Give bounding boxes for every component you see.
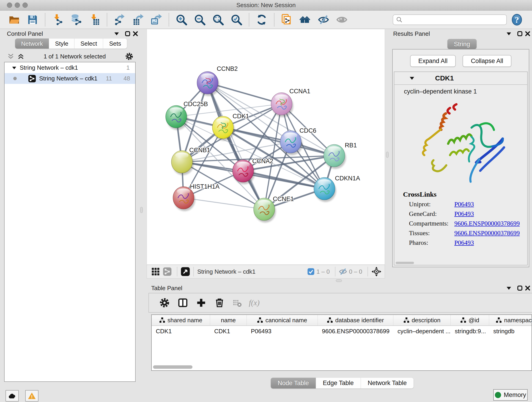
- table-options-gear-icon[interactable]: [159, 298, 170, 308]
- node-RB1[interactable]: RB1: [324, 142, 357, 169]
- left-splitter-handle[interactable]: [140, 207, 143, 213]
- tab-style[interactable]: Style: [49, 38, 75, 49]
- crosslink-uniprot-link[interactable]: P06493: [454, 201, 474, 208]
- zoom-in-icon[interactable]: [176, 14, 187, 26]
- table-cell[interactable]: stringdb:9...: [451, 326, 489, 337]
- column-header-canonical-name[interactable]: canonical name: [247, 315, 318, 325]
- table-panel-float-icon[interactable]: [517, 285, 523, 291]
- edge-CCNE1-HIST1H1A[interactable]: [184, 198, 264, 209]
- tab-sets[interactable]: Sets: [103, 38, 127, 49]
- cloud-button[interactable]: [6, 390, 19, 402]
- delete-columns-icon[interactable]: [214, 298, 225, 308]
- crosslink-row: Compartments: 9606.ENSP00000378699: [409, 220, 527, 227]
- node-label-CCNA1: CCNA1: [289, 88, 310, 95]
- create-column-icon[interactable]: [196, 298, 206, 308]
- collection-expand-icon[interactable]: [12, 66, 17, 70]
- edge-CCNA2-CDKN1A[interactable]: [243, 171, 324, 189]
- results-panel-float-icon[interactable]: [517, 31, 523, 37]
- node-CCNA2[interactable]: CCNA2: [233, 158, 273, 184]
- node-CCNA1[interactable]: CCNA1: [271, 88, 310, 117]
- table-cell[interactable]: CDK1: [152, 326, 210, 337]
- tab-edge-table[interactable]: Edge Table: [316, 378, 361, 389]
- horizontal-splitter-handle[interactable]: [336, 279, 342, 282]
- fit-selected-target-icon[interactable]: [371, 267, 381, 277]
- tab-select[interactable]: Select: [75, 38, 103, 49]
- column-header-namespace[interactable]: namespace: [489, 315, 532, 325]
- node-CDC6[interactable]: CDC6: [280, 127, 317, 155]
- network-canvas[interactable]: CCNB2CCNA1CDC25BCDK1CDC6RB1CCNB1CCNA2CDK…: [147, 29, 385, 265]
- control-panel-close-icon[interactable]: [133, 31, 138, 37]
- results-panel-close-icon[interactable]: [525, 31, 531, 37]
- table-panel-title: Table Panel: [151, 285, 182, 292]
- node-label-RB1: RB1: [345, 142, 357, 149]
- node-CCNE1[interactable]: CCNE1: [254, 196, 294, 223]
- hide-selected-icon[interactable]: [318, 14, 329, 26]
- network-row-selected[interactable]: String Network – cdk1 11 48: [5, 73, 135, 84]
- help-button[interactable]: ?: [511, 14, 523, 26]
- crosslink-tissues-link[interactable]: 9606.ENSP00000378699: [454, 230, 520, 237]
- column-header-shared-name[interactable]: shared name: [152, 315, 210, 325]
- export-image-icon[interactable]: [151, 14, 162, 26]
- right-splitter-handle[interactable]: [386, 152, 389, 158]
- node-HIST1H1A[interactable]: HIST1H1A: [173, 183, 220, 211]
- table-cell[interactable]: 9606.ENSP00000378699: [318, 326, 393, 337]
- show-columns-icon[interactable]: [177, 298, 188, 308]
- function-builder-icon: f(x): [249, 298, 260, 307]
- tab-node-table[interactable]: Node Table: [271, 378, 316, 389]
- network-share-icon[interactable]: [163, 267, 172, 276]
- tab-string[interactable]: String: [447, 39, 476, 49]
- zoom-fit-content-icon[interactable]: [212, 14, 224, 26]
- results-panel-dropdown-icon[interactable]: [506, 32, 511, 36]
- table-row[interactable]: CDK1CDK1P064939606.ENSP00000378699cyclin…: [152, 326, 532, 337]
- column-header--id[interactable]: @id: [451, 315, 489, 325]
- results-hscrollbar-thumb[interactable]: [396, 262, 414, 264]
- column-header-description[interactable]: description: [393, 315, 451, 325]
- collapse-all-button[interactable]: Collapse All: [462, 55, 511, 67]
- zoom-selected-icon[interactable]: [231, 14, 242, 26]
- import-table-from-file-icon[interactable]: [89, 14, 100, 26]
- memory-button[interactable]: Memory: [493, 389, 528, 401]
- new-network-from-selection-icon[interactable]: [281, 14, 293, 26]
- warnings-button[interactable]: !: [25, 390, 38, 402]
- search-input[interactable]: [405, 16, 504, 23]
- crosslink-genecard-link[interactable]: P06493: [454, 210, 474, 217]
- network-options-gear-icon[interactable]: [125, 52, 133, 61]
- table-panel-close-icon[interactable]: [525, 285, 531, 291]
- entry-collapse-icon[interactable]: [409, 76, 414, 80]
- expand-all-networks-icon[interactable]: [17, 53, 24, 60]
- table-cell[interactable]: CDK1: [210, 326, 247, 337]
- node-CDKN1A[interactable]: CDKN1A: [314, 175, 360, 202]
- table-hscrollbar-thumb[interactable]: [153, 365, 192, 369]
- table-cell[interactable]: P06493: [247, 326, 318, 337]
- crosslink-compartments-link[interactable]: 9606.ENSP00000378699: [454, 220, 520, 227]
- expand-all-button[interactable]: Expand All: [410, 55, 456, 67]
- node-CDK1[interactable]: CDK1: [212, 113, 249, 141]
- selected-checkbox-icon[interactable]: [307, 268, 315, 275]
- tab-network-table[interactable]: Network Table: [361, 378, 414, 389]
- tab-network[interactable]: Network: [15, 38, 49, 49]
- table-cell[interactable]: stringdb: [489, 326, 532, 337]
- first-neighbors-icon[interactable]: [299, 14, 311, 26]
- export-table-icon[interactable]: [132, 14, 144, 26]
- hidden-eye-slash-icon[interactable]: [339, 268, 347, 276]
- import-network-from-file-icon[interactable]: [52, 14, 63, 26]
- column-header-name[interactable]: name: [210, 315, 247, 325]
- control-panel-dropdown-icon[interactable]: [114, 32, 119, 36]
- export-network-icon[interactable]: [114, 14, 125, 26]
- open-session-icon[interactable]: [8, 14, 20, 26]
- crosslink-pharos-link[interactable]: P06493: [454, 239, 474, 246]
- toolbar-separator: [367, 267, 368, 276]
- collapse-all-networks-icon[interactable]: [7, 53, 14, 60]
- table-cell[interactable]: cyclin–dependent ...: [393, 326, 451, 337]
- control-panel-float-icon[interactable]: [125, 31, 131, 37]
- column-header-database-identifier[interactable]: database identifier: [318, 315, 393, 325]
- save-session-icon[interactable]: [27, 14, 38, 26]
- network-collection-row[interactable]: String Network – cdk1 1: [5, 62, 135, 73]
- search-box[interactable]: [393, 14, 507, 25]
- refresh-icon[interactable]: [256, 14, 267, 26]
- table-panel-dropdown-icon[interactable]: [506, 286, 511, 290]
- import-network-from-database-icon[interactable]: [70, 14, 82, 26]
- zoom-out-icon[interactable]: [194, 14, 206, 26]
- grid-layout-icon[interactable]: [152, 268, 160, 276]
- birds-eye-view-icon[interactable]: [181, 267, 190, 276]
